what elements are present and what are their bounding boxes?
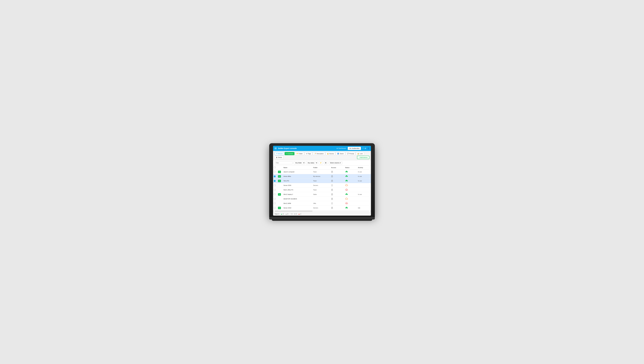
online-count-item: ☁ 5 — [281, 213, 284, 215]
description-button[interactable]: 📝 Description — [313, 152, 325, 155]
row-access — [330, 206, 344, 210]
table-row: Nick's office PCTeam — [273, 188, 371, 192]
header-connect-col — [277, 166, 282, 170]
connect-button[interactable]: ↪ Connect — [285, 152, 294, 155]
row-checkbox[interactable] — [274, 194, 276, 195]
row-connect-button[interactable]: ↪ — [278, 193, 281, 196]
status-bar: Total: 9 ☁ 5 ☁ 0 ☽ 0 ⏻ 0 ☁ — [273, 212, 371, 216]
connect-arrow-icon: ↪ — [286, 153, 287, 154]
row-connect-cell — [277, 201, 282, 206]
row-checkbox[interactable] — [274, 176, 276, 177]
dashboard-icon: ⊞ — [336, 148, 338, 149]
table-row: Win11 ARMVMs — [273, 201, 371, 206]
laptop-bottom — [272, 220, 372, 221]
row-status — [344, 170, 357, 174]
help-icon[interactable]: ? — [362, 147, 364, 150]
row-folder: Team — [312, 170, 330, 174]
table-row: ↪Server 2019Servers Idle — [273, 206, 371, 210]
menu-icon[interactable] — [274, 148, 277, 149]
row-folder: My devices — [312, 174, 330, 179]
row-checkbox[interactable] — [274, 171, 276, 172]
row-access — [330, 170, 344, 174]
row-checkbox-cell — [273, 188, 277, 192]
row-connect-button[interactable]: ↪ — [278, 207, 281, 209]
lock-status-icon — [331, 180, 333, 182]
row-checkbox[interactable] — [274, 198, 276, 200]
status-cloud-icon — [345, 190, 348, 191]
row-name: Server 2019 — [282, 206, 312, 210]
settings-icon[interactable]: ⚙ — [364, 147, 366, 150]
row-checkbox[interactable] — [274, 207, 276, 209]
row-status — [344, 197, 357, 201]
owner-button[interactable]: 👤 Owner — [336, 152, 345, 155]
row-status — [344, 188, 357, 192]
row-connect-button[interactable]: ↪ — [278, 175, 281, 178]
user-icon[interactable]: 👤 — [367, 147, 370, 150]
select-columns-button[interactable]: Select columns ▾ — [328, 162, 342, 164]
status-cloud-icon — [345, 176, 348, 178]
row-checkbox[interactable] — [274, 189, 276, 191]
folder-filter[interactable]: Any folder — [294, 161, 305, 164]
prompt-button[interactable]: 💬 Prompt — [346, 152, 355, 155]
folder-icon: 📁 — [296, 153, 298, 154]
lock-status-icon — [331, 190, 333, 191]
row-connect-button[interactable]: ↪ — [278, 171, 281, 173]
table-row: DESKTOP-3CA4BV0 — [273, 197, 371, 201]
lock-button[interactable]: 🔒 Lock — [356, 152, 364, 155]
row-access — [330, 201, 344, 206]
row-checkbox[interactable] — [274, 180, 276, 182]
row-name: DESKTOP-3CA4BV0 — [282, 197, 312, 201]
status-cloud-icon — [345, 203, 348, 205]
devices-table: Name Folder Access Status Activity ↪Jaso… — [273, 166, 371, 210]
row-access — [330, 188, 344, 192]
table-row: ↪Tim's PCTeam In use — [273, 179, 371, 183]
row-folder: Sales — [312, 192, 330, 197]
row-connect-cell: ↪ — [277, 192, 282, 197]
svg-rect-6 — [332, 185, 333, 186]
row-checkbox[interactable] — [274, 202, 276, 204]
add-device-button[interactable]: + Add device — [357, 156, 370, 159]
access-button[interactable]: 🔒 Access — [326, 152, 335, 155]
folder-button[interactable]: 📁 Folder — [295, 152, 304, 155]
filter-advanced-button[interactable]: ⚡ — [319, 161, 323, 164]
row-name: Win11 ARM — [282, 201, 312, 206]
refresh-button[interactable]: ↺ Refresh — [274, 152, 284, 155]
status-filter[interactable]: Any status — [306, 161, 318, 164]
row-name: Nick's office PC — [282, 188, 312, 192]
lock-status-icon — [331, 172, 333, 173]
toolbar: ↺ Refresh ↪ Connect 📁 Folder 🏷 Tags 📝 — [273, 151, 371, 160]
delete-button[interactable]: 🗑 Delete — [274, 156, 284, 159]
svg-point-3 — [332, 176, 332, 177]
lock-status-icon — [331, 203, 333, 204]
row-connect-cell — [277, 183, 282, 188]
header-folder: Folder — [312, 166, 330, 170]
horizontal-scrollbar[interactable] — [274, 211, 370, 212]
svg-point-12 — [332, 194, 332, 195]
row-folder: Servers — [312, 206, 330, 210]
tab-unattended[interactable]: 🖥 Unattended — [348, 147, 361, 150]
row-checkbox-cell — [273, 183, 277, 188]
laptop-screen: SetMe Expert console ⊞ Dashboard 🖥 Unatt… — [273, 146, 371, 216]
tags-button[interactable]: 🏷 Tags — [304, 152, 312, 155]
lock-icon: 🔒 — [357, 153, 359, 154]
header-name: Name — [282, 166, 312, 170]
tab-dashboard[interactable]: ⊞ Dashboard — [335, 147, 348, 150]
row-checkbox[interactable] — [274, 184, 276, 186]
svg-point-1 — [332, 172, 332, 172]
row-connect-cell — [277, 197, 282, 201]
filter-bar: Any folder Any status ⚡ ⊞ Select columns… — [273, 160, 371, 166]
row-status — [344, 174, 357, 179]
row-status — [344, 179, 357, 183]
select-all-checkbox[interactable] — [274, 166, 276, 168]
row-checkbox-cell — [273, 170, 277, 174]
status-cloud-icon — [345, 208, 348, 209]
view-toggle-button[interactable]: ⊞ — [324, 161, 328, 164]
lock-status-icon — [331, 176, 333, 178]
row-connect-cell: ↪ — [277, 170, 282, 174]
row-folder: VMs — [312, 201, 330, 206]
row-activity — [357, 197, 371, 201]
status-cloud-icon — [345, 198, 348, 200]
row-checkbox-cell — [273, 197, 277, 201]
filter-input[interactable] — [274, 162, 293, 164]
row-connect-button[interactable]: ↪ — [278, 180, 281, 182]
